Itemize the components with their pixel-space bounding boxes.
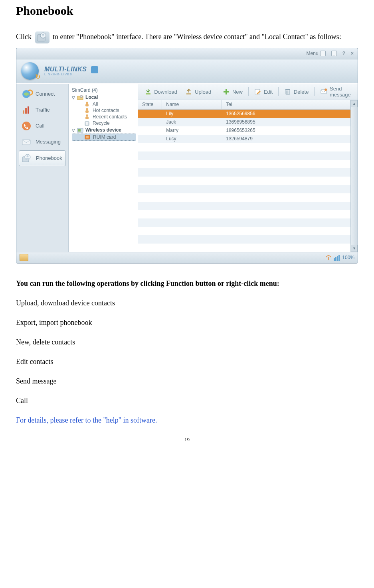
menu-dropdown-icon [320,51,326,56]
app-window: Menu _ ? × MULTI-LINKS LINKING LIVES Con… [16,48,358,264]
cell-tel: 1326594879 [222,135,350,143]
vertical-scrollbar[interactable]: ▲ ▼ [350,100,358,252]
col-tel[interactable]: Tel [222,100,350,109]
sidebar-label: Messaging [36,139,61,145]
work-area: Connect Traffic Call Messaging Phonebook… [16,83,358,252]
cell-name [162,193,222,202]
tree-root[interactable]: SimCard (4) [72,87,136,94]
trash-icon [84,120,90,126]
download-button[interactable]: Download [142,87,180,97]
cell-tel [222,193,350,202]
close-icon[interactable]: × [351,51,354,56]
send-message-button[interactable]: Send message [318,84,354,99]
table-header: State Name Tel [138,100,350,110]
toolbar-separator [314,87,315,96]
cell-state [138,227,162,235]
cell-name [162,244,222,252]
cell-tel [222,143,350,151]
globe-icon [21,62,39,80]
table-row [138,143,350,151]
minimize-icon[interactable]: _ [331,51,337,56]
intro-paragraph: Click to enter "Phonebook" interface. Th… [16,29,358,45]
upload-icon [185,88,192,95]
cell-state [138,160,162,168]
cell-state [138,143,162,151]
details-link: For details, please refer to the "help" … [16,416,358,425]
page-title: Phonebook [16,4,358,18]
cell-name [162,210,222,218]
table-row[interactable]: Marry18965653265 [138,126,350,135]
chevron-down-icon: ▽ [72,128,76,132]
table-body: Lily13652569856Jack13698956895Marry18965… [138,110,350,252]
toolbar-separator [217,87,217,96]
toolbar-separator [248,87,249,96]
download-icon [144,88,152,95]
sidebar: Connect Traffic Call Messaging Phonebook [16,84,69,252]
tree-hot-contacts[interactable]: Hot contacts [72,107,136,114]
upload-button[interactable]: Upload [183,87,214,97]
button-label: Edit [264,89,273,95]
cell-tel [222,202,350,210]
cell-name [162,160,222,168]
sidebar-label: Connect [36,91,55,97]
cell-tel: 13652569856 [222,110,350,118]
scroll-down-icon[interactable]: ▼ [351,245,358,252]
connect-icon [21,90,32,98]
table-row[interactable]: Jack13698956895 [138,118,350,126]
svg-rect-37 [285,89,290,90]
tree-recycle[interactable]: Recycle [72,120,136,126]
cell-state [138,151,162,160]
tree-all[interactable]: All [72,101,136,107]
table-row [138,210,350,218]
traffic-icon [21,106,32,114]
sidebar-item-phonebook[interactable]: Phonebook [19,150,66,166]
cell-state [138,110,162,118]
status-left-icon[interactable] [20,254,28,261]
table-row[interactable]: Lucy1326594879 [138,135,350,143]
tree-local-label: Local [85,94,98,100]
svg-rect-28 [146,93,150,94]
svg-rect-17 [85,110,89,113]
page-number: 19 [16,437,358,443]
col-state[interactable]: State [138,100,162,109]
new-button[interactable]: New [220,87,245,97]
svg-rect-27 [86,136,89,138]
operation-item: Upload, download device contacts [16,299,358,307]
sidebar-item-connect[interactable]: Connect [19,87,66,102]
cell-name [162,151,222,160]
table-row[interactable]: Lily13652569856 [138,110,350,118]
tree-wireless-label: Wireless device [85,127,121,133]
svg-rect-25 [78,129,81,132]
status-bar: 100% [16,252,358,263]
person-star-icon [84,108,90,113]
table-row [138,235,350,244]
menu-button[interactable]: Menu [307,51,326,56]
help-icon[interactable]: ? [342,51,345,56]
cell-tel [222,168,350,177]
tree-recent-contacts[interactable]: Recent contacts [72,114,136,120]
cell-tel [222,227,350,235]
person-clock-icon [84,114,90,120]
chevron-down-icon: ▽ [72,95,76,99]
svg-point-7 [22,122,31,130]
cell-tel [222,177,350,185]
sidebar-item-messaging[interactable]: Messaging [19,134,66,149]
plus-icon [223,88,230,95]
person-icon [84,101,90,107]
table-row [138,185,350,193]
delete-button[interactable]: Delete [282,87,311,97]
sidebar-label: Traffic [36,107,49,113]
scroll-up-icon[interactable]: ▲ [351,100,358,107]
tree-wireless[interactable]: ▽ Wireless device [72,126,136,134]
sidebar-item-traffic[interactable]: Traffic [19,102,66,118]
tree-local[interactable]: ▽ Local [72,94,136,101]
cell-state [138,235,162,244]
cell-tel [222,185,350,193]
edit-button[interactable]: Edit [252,87,275,97]
signal-text: 100% [342,255,354,260]
cell-state [138,118,162,126]
col-name[interactable]: Name [162,100,222,109]
sidebar-item-call[interactable]: Call [19,118,66,134]
tree-ruim-card[interactable]: RUIM card [72,134,136,141]
tree-child-label: Recycle [93,120,110,126]
